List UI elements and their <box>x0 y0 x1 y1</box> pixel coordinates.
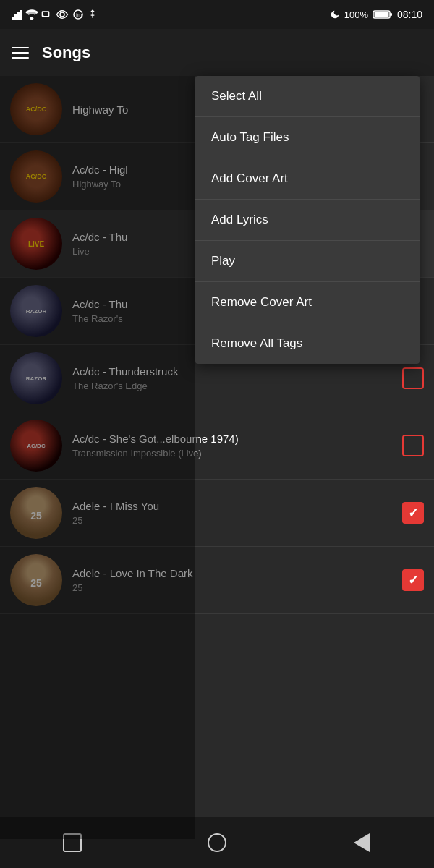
menu-item-auto-tag[interactable]: Auto Tag Files <box>195 117 420 158</box>
status-bar: fm 100% 08:10 <box>0 0 434 29</box>
cast-icon <box>41 9 53 20</box>
circle-icon <box>208 833 226 852</box>
menu-item-select-all[interactable]: Select All <box>195 76 420 117</box>
eye-icon <box>56 9 69 20</box>
menu-button[interactable] <box>12 47 29 59</box>
page-title: Songs <box>42 43 90 62</box>
wifi-icon <box>25 9 38 20</box>
battery-percentage: 100% <box>344 9 368 20</box>
dim-overlay <box>0 76 195 839</box>
signal-icon <box>12 10 22 20</box>
svg-rect-7 <box>390 13 392 16</box>
svg-point-0 <box>30 17 34 20</box>
checkbox-6[interactable] <box>402 435 424 456</box>
battery-icon <box>373 9 393 20</box>
nav-recents-button[interactable] <box>349 830 375 856</box>
checkbox-8[interactable] <box>402 569 424 591</box>
nav-back-button[interactable] <box>204 830 230 856</box>
svg-point-2 <box>60 12 64 17</box>
usb-icon <box>88 9 98 20</box>
svg-rect-6 <box>374 12 388 17</box>
checkbox-7[interactable] <box>402 502 424 524</box>
status-right: 100% 08:10 <box>330 9 422 20</box>
time-display: 08:10 <box>397 9 422 20</box>
menu-item-add-cover-art[interactable]: Add Cover Art <box>195 158 420 200</box>
lastfm-icon: fm <box>72 9 85 20</box>
context-menu: Select All Auto Tag Files Add Cover Art … <box>195 76 420 364</box>
menu-item-remove-cover-art[interactable]: Remove Cover Art <box>195 282 420 323</box>
svg-text:fm: fm <box>76 12 82 18</box>
menu-item-add-lyrics[interactable]: Add Lyrics <box>195 200 420 241</box>
status-left: fm <box>12 9 98 20</box>
menu-item-remove-all-tags[interactable]: Remove All Tags <box>195 323 420 364</box>
moon-icon <box>330 9 340 20</box>
menu-item-play[interactable]: Play <box>195 241 420 282</box>
triangle-icon <box>354 833 370 852</box>
checkbox-5[interactable] <box>402 367 424 389</box>
app-header: Songs <box>0 29 434 76</box>
